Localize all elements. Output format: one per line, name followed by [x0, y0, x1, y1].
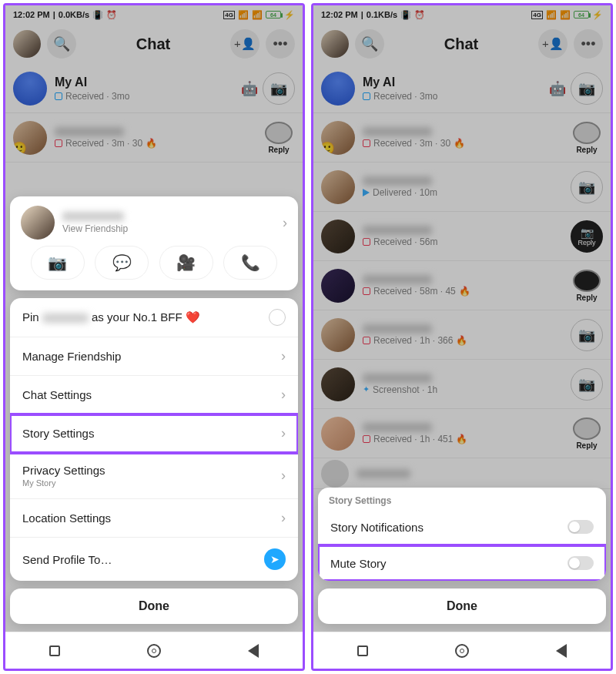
avatar: [321, 269, 355, 303]
chat-row[interactable]: 🙂 Received · 3m · 30🔥 Reply: [5, 113, 303, 163]
snap-camera-button[interactable]: 📷: [31, 246, 85, 280]
send-icon: ➤: [264, 548, 286, 570]
nav-back[interactable]: [244, 642, 263, 660]
vibrate-icon: 📳: [92, 10, 103, 20]
profile-menu: Pin as your No.1 BFF ❤️ Manage Friendshi…: [10, 298, 298, 581]
menu-pin-bff[interactable]: Pin as your No.1 BFF ❤️: [10, 298, 298, 337]
reply-button[interactable]: Reply: [263, 122, 295, 154]
nav-recents[interactable]: [353, 642, 372, 660]
chat-name-redacted: [363, 423, 432, 432]
nav-back[interactable]: [552, 642, 571, 660]
story-ring-icon: [573, 270, 601, 292]
nav-recents[interactable]: [45, 642, 64, 660]
menu-label: Location Settings: [22, 511, 111, 525]
chevron-right-icon: ›: [281, 425, 286, 441]
square-icon: [357, 645, 368, 656]
camera-button[interactable]: 📷: [571, 319, 603, 351]
sheet-profile-header[interactable]: View Friendship › 📷 💬 🎥 📞: [10, 196, 298, 290]
menu-label: Manage Friendship: [22, 350, 121, 363]
camera-icon: 📷: [48, 253, 67, 272]
reply-label: Reply: [268, 146, 289, 154]
reply-button[interactable]: Reply: [571, 122, 603, 154]
toggle-off-icon[interactable]: [567, 556, 594, 570]
camera-button[interactable]: 📷: [571, 171, 603, 203]
chat-row[interactable]: Received · 58m · 45🔥 Reply: [313, 261, 611, 310]
avatar: 🙂: [13, 121, 47, 155]
search-button[interactable]: 🔍: [355, 29, 384, 59]
chat-button[interactable]: 💬: [95, 246, 149, 280]
audio-call-button[interactable]: 📞: [223, 246, 277, 280]
chat-row[interactable]: Received · 56m 📷Reply: [313, 212, 611, 261]
android-nav-bar: [313, 632, 611, 669]
chat-status: ✦Screenshot · 1h: [363, 384, 566, 395]
fire-icon: 🔥: [146, 138, 157, 149]
chat-status: Received · 1h · 366🔥: [363, 335, 566, 346]
radio-empty-icon: [269, 309, 286, 326]
nav-home[interactable]: [453, 642, 471, 660]
camera-button[interactable]: 📷: [571, 368, 603, 401]
story-ring-icon: [573, 122, 601, 144]
avatar: [321, 460, 349, 488]
video-call-button[interactable]: 🎥: [159, 246, 213, 280]
signal-1-icon: 📶: [238, 10, 249, 20]
received-icon: [363, 92, 370, 100]
robot-icon: 🤖: [549, 80, 566, 97]
more-button[interactable]: •••: [574, 29, 603, 59]
chevron-right-icon: ›: [281, 468, 286, 484]
done-button[interactable]: Done: [10, 588, 298, 624]
search-button[interactable]: 🔍: [47, 29, 76, 59]
chat-row[interactable]: Received · 1h · 366🔥 📷: [313, 310, 611, 360]
add-friend-button[interactable]: +👤: [230, 29, 259, 59]
fire-icon: 🔥: [459, 286, 470, 297]
menu-manage-friendship[interactable]: Manage Friendship ›: [10, 337, 298, 376]
page-title: Chat: [136, 35, 170, 53]
menu-privacy-settings[interactable]: Privacy SettingsMy Story ›: [10, 453, 298, 499]
chat-row[interactable]: Delivered · 10m 📷: [313, 163, 611, 212]
add-friend-button[interactable]: +👤: [538, 29, 567, 59]
chat-status: Received · 58m · 45🔥: [363, 286, 566, 297]
reply-button[interactable]: Reply: [571, 417, 603, 450]
done-button[interactable]: Done: [318, 588, 606, 624]
camera-icon: 📷: [270, 80, 287, 97]
avatar: [321, 220, 355, 253]
profile-name-redacted: [62, 212, 124, 221]
toggle-story-notifications[interactable]: Story Notifications: [318, 509, 606, 545]
story-ring-icon: [265, 122, 293, 144]
volte-icon: 4G: [223, 11, 235, 19]
chat-row[interactable]: Received · 1h · 451🔥 Reply: [313, 409, 611, 458]
avatar: [13, 72, 47, 106]
menu-send-profile[interactable]: Send Profile To… ➤: [10, 538, 298, 581]
chat-row[interactable]: [313, 458, 611, 489]
profile-avatar[interactable]: [321, 30, 349, 58]
more-button[interactable]: •••: [266, 29, 295, 59]
toggle-mute-story[interactable]: Mute Story: [318, 545, 606, 581]
profile-avatar[interactable]: [13, 30, 41, 58]
camera-icon: 📷: [578, 327, 595, 344]
chat-name-redacted: [363, 226, 432, 235]
story-ring-icon: [573, 417, 601, 440]
story-reply-button[interactable]: 📷Reply: [571, 220, 603, 253]
chat-row-myai[interactable]: My AI Received · 3mo 🤖 📷: [5, 64, 303, 113]
menu-story-settings[interactable]: Story Settings ›: [10, 414, 298, 453]
view-friendship-link[interactable]: View Friendship: [62, 223, 275, 234]
chat-status: Received · 3m · 30🔥: [55, 138, 258, 149]
toggle-off-icon[interactable]: [567, 520, 594, 534]
chat-status: Received · 56m: [363, 236, 566, 247]
add-friend-icon: +👤: [234, 37, 256, 51]
menu-chat-settings[interactable]: Chat Settings ›: [10, 376, 298, 414]
menu-location-settings[interactable]: Location Settings ›: [10, 499, 298, 538]
chat-name: My AI: [55, 75, 241, 89]
chat-row[interactable]: ✦Screenshot · 1h 📷: [313, 360, 611, 409]
received-icon: [55, 139, 62, 147]
profile-actions-sheet: View Friendship › 📷 💬 🎥 📞 Pin as your No…: [10, 196, 298, 624]
reply-button[interactable]: Reply: [571, 270, 603, 302]
camera-button[interactable]: 📷: [571, 72, 603, 105]
chat-row-myai[interactable]: My AI Received · 3mo 🤖 📷: [313, 64, 611, 113]
chat-row[interactable]: 🙂 Received · 3m · 30🔥 Reply: [313, 113, 611, 163]
charging-icon: ⚡: [592, 10, 603, 20]
camera-icon: 📷: [581, 226, 594, 239]
camera-icon: 📷: [578, 376, 595, 393]
camera-button[interactable]: 📷: [263, 72, 295, 105]
chevron-right-icon: ›: [281, 510, 286, 526]
nav-home[interactable]: [145, 642, 163, 660]
